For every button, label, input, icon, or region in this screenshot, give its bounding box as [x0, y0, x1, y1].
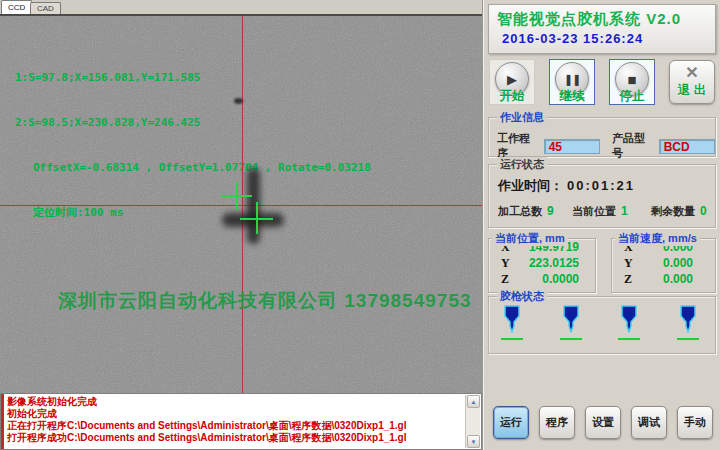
counter-current-label: 当前位置 — [572, 205, 616, 217]
log-scrollbar[interactable]: ▲ ▼ — [465, 395, 480, 448]
camera-view[interactable]: 1:S=97.8;X=156.081,Y=171.585 2:S=98.5;X=… — [0, 14, 482, 393]
log-area[interactable]: 影像系统初始化完成 初始化完成 正在打开程序C:\Documents and S… — [0, 393, 482, 450]
glue-gun-title: 胶枪状态 — [497, 289, 547, 304]
debug-mode-button[interactable]: 调试 — [631, 406, 667, 439]
speed-title: 当前速度, mm/s — [615, 231, 700, 246]
program-mode-button[interactable]: 程序 — [539, 406, 575, 439]
crosshair-horizontal-line — [0, 205, 482, 206]
continue-button[interactable]: ❚❚ 继续 — [549, 59, 595, 105]
vision-result-overlay: 1:S=97.8;X=156.081,Y=171.585 2:S=98.5;X=… — [15, 40, 371, 250]
glue-gun-status-bar — [560, 338, 582, 340]
counter-remaining: 剩余数量0 — [651, 204, 707, 219]
datetime-display: 2016-03-23 15:26:24 — [502, 31, 715, 46]
glue-gun-icon — [620, 305, 638, 333]
glue-gun-status-bar — [677, 338, 699, 340]
glue-gun-icon — [679, 305, 697, 333]
position-group: 当前位置, mm X 149.9719 Y 223.0125 Z 0.0000 — [488, 238, 596, 293]
stop-button-label: 停止 — [610, 88, 654, 105]
tab-ccd[interactable]: CCD — [1, 0, 32, 14]
counter-total-label: 加工总数 — [498, 205, 542, 217]
scroll-down-icon[interactable]: ▼ — [467, 435, 480, 448]
speed-z-value: 0.000 — [640, 272, 715, 286]
counter-remaining-label: 剩余数量 — [651, 205, 695, 217]
dispensing-machine-window: CCD CAD 1:S=97.8;X=156.081,Y=171.585 2:S… — [0, 0, 720, 450]
overlay-line-locate-time: 定位时间:100 ms — [15, 205, 371, 220]
speed-group: 当前速度, mm/s X 0.000 Y 0.000 Z 0.000 — [611, 238, 716, 293]
glue-gun-group: 胶枪状态 — [488, 296, 716, 354]
glue-gun-4 — [677, 305, 699, 340]
axis-z-label: Z — [624, 272, 640, 287]
log-line: 打开程序成功C:\Documents and Settings\Administ… — [7, 432, 463, 444]
counter-remaining-value: 0 — [700, 204, 707, 218]
glue-gun-status-bar — [501, 338, 523, 340]
settings-mode-button[interactable]: 设置 — [585, 406, 621, 439]
start-button[interactable]: ▶ 开始 — [489, 59, 535, 105]
title-panel: 智能视觉点胶机系统 V2.0 2016-03-23 15:26:24 — [488, 4, 716, 54]
axis-y-label: Y — [624, 256, 640, 271]
continue-button-label: 继续 — [550, 88, 594, 105]
axis-y-label: Y — [501, 256, 517, 271]
counter-total: 加工总数9 — [498, 204, 572, 219]
control-panel: 智能视觉点胶机系统 V2.0 2016-03-23 15:26:24 ▶ 开始 … — [482, 0, 720, 450]
product-model-field[interactable]: BCD — [659, 139, 715, 154]
glue-gun-icon — [503, 305, 521, 333]
product-model-label: 产品型号 — [612, 131, 655, 161]
mode-buttons: 运行 程序 设置 调试 手动 — [488, 406, 716, 439]
glue-gun-2 — [560, 305, 582, 340]
workpiece-mark-vertical — [247, 168, 260, 244]
scroll-up-icon[interactable]: ▲ — [467, 395, 480, 408]
speed-y-value: 0.000 — [640, 256, 715, 270]
log-line: 正在打开程序C:\Documents and Settings\Administ… — [7, 420, 463, 432]
work-program-field[interactable]: 45 — [544, 139, 600, 154]
glue-gun-icon — [562, 305, 580, 333]
stop-button[interactable]: ■ 停止 — [609, 59, 655, 105]
run-mode-button[interactable]: 运行 — [493, 406, 529, 439]
log-left-marker — [1, 394, 4, 449]
counter-current: 当前位置1 — [572, 204, 651, 219]
overlay-line-1: 1:S=97.8;X=156.081,Y=171.585 — [15, 70, 371, 85]
start-button-label: 开始 — [490, 88, 534, 105]
overlay-line-2: 2:S=98.5;X=230.828,Y=246.425 — [15, 115, 371, 130]
log-line: 初始化完成 — [7, 408, 463, 420]
glue-gun-1 — [501, 305, 523, 340]
log-line: 影像系统初始化完成 — [7, 396, 463, 408]
workpiece-dot — [234, 98, 243, 104]
manual-mode-button[interactable]: 手动 — [677, 406, 713, 439]
tab-cad[interactable]: CAD — [30, 2, 61, 14]
position-title: 当前位置, mm — [492, 231, 568, 246]
glue-gun-3 — [618, 305, 640, 340]
counter-current-value: 1 — [621, 204, 628, 218]
job-info-title: 作业信息 — [497, 110, 547, 125]
glue-gun-status-bar — [618, 338, 640, 340]
camera-tabbar: CCD CAD — [0, 0, 482, 14]
exit-button[interactable]: ✕ 退 出 — [669, 60, 715, 104]
counter-total-value: 9 — [547, 204, 554, 218]
position-y-value: 223.0125 — [517, 256, 595, 270]
run-status-title: 运行状态 — [497, 157, 547, 172]
app-title: 智能视觉点胶机系统 V2.0 — [497, 10, 715, 29]
overlay-line-offset: OffsetX=-0.68314 , OffsetY=1.07704 , Rot… — [15, 160, 371, 175]
run-status-group: 运行状态 作业时间：00:01:21 加工总数9 当前位置1 剩余数量0 — [488, 164, 716, 228]
log-lines: 影像系统初始化完成 初始化完成 正在打开程序C:\Documents and S… — [7, 396, 463, 444]
job-time-value: 00:01:21 — [567, 178, 635, 193]
exit-button-label: 退 出 — [670, 82, 714, 99]
vendor-watermark: 深圳市云阳自动化科技有限公司 13798549753 — [58, 288, 472, 314]
position-z-value: 0.0000 — [517, 272, 595, 286]
x-icon: ✕ — [670, 63, 714, 82]
job-time-label: 作业时间： — [498, 178, 563, 193]
machine-control-buttons: ▶ 开始 ❚❚ 继续 ■ 停止 ✕ 退 出 — [488, 59, 716, 106]
axis-z-label: Z — [501, 272, 517, 287]
job-info-group: 作业信息 工作程序 45 产品型号 BCD — [488, 117, 716, 157]
